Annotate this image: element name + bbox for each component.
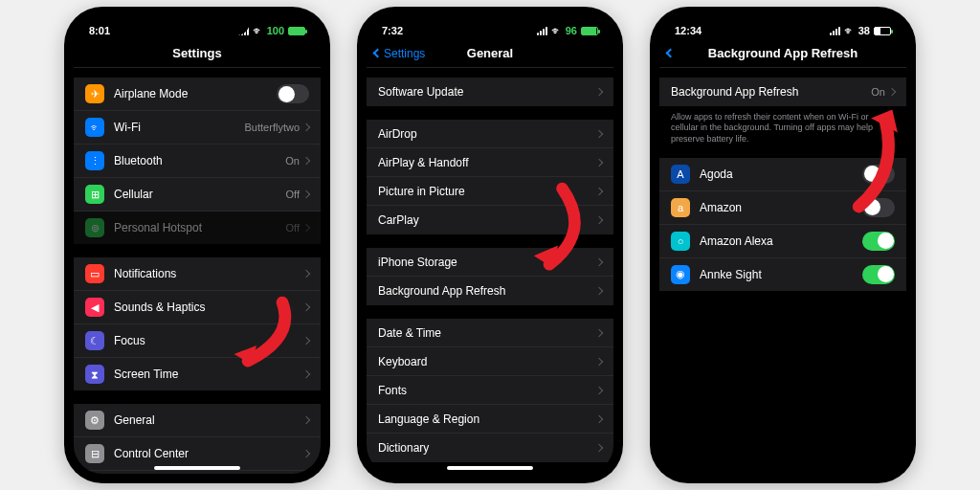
row-notifications[interactable]: ▭Notifications [74,257,321,291]
row-label: Wi-Fi [114,121,245,134]
battery-icon [288,27,305,35]
back-button[interactable] [667,50,677,56]
row-label: Software Update [378,85,596,99]
back-button[interactable]: Settings [374,47,425,60]
row-label: Amazon [700,201,862,214]
row-bluetooth[interactable]: ⋮BluetoothOn [74,145,321,178]
notch [437,16,543,35]
row-airplane-mode[interactable]: ✈Airplane Mode [74,78,321,111]
row-dictionary[interactable]: Dictionary [367,434,613,462]
app-icon: ▭ [85,264,104,283]
chevron-right-icon [595,129,603,137]
row-background-app-refresh[interactable]: Background App Refresh [367,277,613,305]
row-label: Annke Sight [700,268,862,281]
row-amazon-alexa[interactable]: ○Amazon Alexa [659,225,906,258]
chevron-right-icon [595,287,603,295]
app-icon: ✈ [85,84,104,103]
app-icon: ☾ [85,331,104,350]
row-wi-fi[interactable]: ᯤWi-FiButterflytwo [74,111,321,145]
app-icon: A [671,165,690,184]
home-indicator[interactable] [447,466,533,470]
row-language-region[interactable]: Language & Region [367,405,613,434]
app-icon: ⊞ [85,185,104,204]
row-value: Butterflytwo [245,122,300,133]
back-label: Settings [384,47,425,60]
home-indicator[interactable] [154,466,240,470]
chevron-right-icon [302,337,310,345]
row-screen-time[interactable]: ⧗Screen Time [74,358,321,390]
row-label: Agoda [700,167,862,181]
chevron-right-icon [595,328,603,336]
chevron-right-icon [302,190,310,198]
row-cellular[interactable]: ⊞CellularOff [74,178,321,212]
app-icon: a [671,198,690,217]
battery-icon [581,27,598,35]
app-icon: ⚙ [85,411,104,430]
chevron-left-icon [373,49,383,58]
row-keyboard[interactable]: Keyboard [367,347,613,376]
app-icon: ◉ [671,265,690,284]
app-icon: ᯤ [85,118,104,137]
section-description: Allow apps to refresh their content when… [659,106,906,154]
page-title: General [467,46,513,60]
battery-percent: 96 [566,25,577,36]
chevron-right-icon [302,450,310,457]
row-label: AirDrop [378,127,596,141]
wifi-icon: ᯤ [844,25,855,36]
row-fonts[interactable]: Fonts [367,376,613,405]
row-value: Off [286,189,300,200]
battery-icon [874,27,891,35]
row-sounds-haptics[interactable]: ◀Sounds & Haptics [74,291,321,324]
toggle[interactable] [862,265,895,284]
chevron-right-icon [302,370,310,378]
row-agoda[interactable]: AAgoda [659,158,906,191]
row-label: Sounds & Haptics [114,301,303,314]
toggle[interactable] [862,198,895,217]
chevron-right-icon [595,158,603,166]
row-picture-in-picture[interactable]: Picture in Picture [367,177,613,206]
app-icon: ⊟ [85,444,104,463]
row-software-update[interactable]: Software Update [367,78,613,106]
row-label: Control Center [114,447,303,460]
row-label: General [114,413,303,427]
row-focus[interactable]: ☾Focus [74,324,321,358]
row-label: Airplane Mode [114,87,277,100]
row-label: Dictionary [378,441,596,455]
row-annke-sight[interactable]: ◉Annke Sight [659,258,906,291]
chevron-right-icon [595,414,603,422]
chevron-right-icon [595,187,603,194]
row-carplay[interactable]: CarPlay [367,206,613,234]
row-airdrop[interactable]: AirDrop [367,120,613,148]
app-icon: ⊚ [85,218,104,237]
chevron-right-icon [595,216,603,224]
row-bg-refresh-master[interactable]: Background App Refresh On [659,78,906,106]
row-personal-hotspot[interactable]: ⊚Personal HotspotOff [74,212,321,244]
row-iphone-storage[interactable]: iPhone Storage [367,248,613,277]
row-label: Picture in Picture [378,185,596,198]
navbar: Background App Refresh [659,39,906,68]
toggle[interactable] [277,84,309,103]
row-general[interactable]: ⚙General [74,404,321,437]
status-time: 7:32 [382,25,403,36]
chevron-right-icon [595,88,603,96]
row-label: Bluetooth [114,154,285,167]
page-title: Background App Refresh [708,46,858,60]
row-date-time[interactable]: Date & Time [367,319,613,347]
row-label: Personal Hotspot [114,221,286,234]
row-airplay-handoff[interactable]: AirPlay & Handoff [367,148,613,177]
row-value: Off [286,222,300,234]
row-label: Background App Refresh [378,284,596,298]
phone-bgrefresh: 12:34 ᯤ 38 Background App Refresh Backgr… [650,7,916,483]
chevron-right-icon [595,444,603,452]
toggle[interactable] [862,232,895,251]
row-amazon[interactable]: aAmazon [659,191,906,225]
chevron-right-icon [302,123,310,131]
app-icon: ⋮ [85,151,104,170]
row-label: iPhone Storage [378,256,596,269]
app-icon: ⧗ [85,365,104,384]
row-display-brightness[interactable]: AADisplay & Brightness [74,471,321,474]
chevron-right-icon [888,88,896,96]
chevron-right-icon [302,224,310,232]
chevron-right-icon [595,357,603,365]
toggle[interactable] [862,165,895,184]
